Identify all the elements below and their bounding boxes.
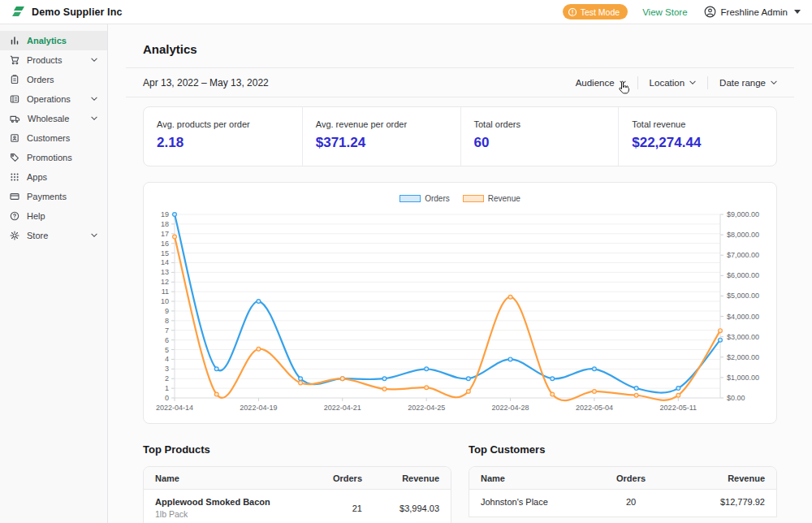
sidebar-item-analytics[interactable]: Analytics bbox=[0, 31, 107, 50]
brand[interactable]: Demo Supplier Inc bbox=[11, 6, 122, 18]
brand-name: Demo Supplier Inc bbox=[32, 6, 122, 18]
avatar-icon bbox=[704, 6, 716, 18]
chevron-down-icon bbox=[771, 80, 777, 85]
table-header: Name Orders Revenue bbox=[469, 467, 776, 490]
page-title: Analytics bbox=[126, 24, 794, 68]
view-store-link[interactable]: View Store bbox=[642, 7, 687, 17]
chevron-down-icon bbox=[689, 80, 696, 85]
main-content: Analytics Apr 13, 2022 – May 13, 2022 Au… bbox=[108, 24, 812, 523]
svg-text:11: 11 bbox=[162, 287, 169, 296]
help-circle-icon bbox=[10, 211, 19, 221]
sidebar-item-store[interactable]: Store bbox=[0, 226, 107, 245]
svg-text:3: 3 bbox=[165, 365, 169, 373]
person-card-icon bbox=[10, 133, 19, 143]
svg-text:2022-05-04: 2022-05-04 bbox=[576, 404, 613, 412]
top-products-table: Name Orders Revenue Applewood Smoked Bac… bbox=[143, 466, 451, 523]
sidebar-item-orders[interactable]: Orders bbox=[0, 70, 107, 89]
top-customers-title: Top Customers bbox=[469, 443, 777, 456]
sidebar-item-payments[interactable]: Payments bbox=[0, 187, 107, 206]
svg-text:4: 4 bbox=[165, 355, 169, 363]
stat-avg-revenue-per-order: Avg. revenue per order $371.24 bbox=[302, 107, 460, 166]
warning-circle-icon bbox=[568, 7, 577, 17]
svg-text:18: 18 bbox=[161, 220, 169, 228]
chevron-down-icon bbox=[91, 116, 97, 121]
svg-text:0: 0 bbox=[165, 394, 169, 402]
svg-text:2: 2 bbox=[165, 374, 169, 383]
table-header: Name Orders Revenue bbox=[144, 467, 451, 490]
test-mode-badge[interactable]: Test Mode bbox=[563, 4, 628, 19]
svg-text:$3,000.00: $3,000.00 bbox=[727, 333, 759, 341]
stat-total-revenue: Total revenue $22,274.44 bbox=[618, 107, 776, 166]
sidebar-item-operations[interactable]: Operations bbox=[0, 89, 107, 109]
stat-total-orders: Total orders 60 bbox=[460, 107, 619, 166]
chevron-down-icon bbox=[794, 10, 801, 14]
account-menu[interactable]: Freshline Admin bbox=[704, 6, 801, 18]
svg-text:17: 17 bbox=[161, 230, 169, 238]
svg-text:$0.00: $0.00 bbox=[727, 394, 745, 402]
svg-text:$8,000.00: $8,000.00 bbox=[727, 231, 759, 239]
sidebar-item-promotions[interactable]: Promotions bbox=[0, 148, 107, 167]
product-variant: 1lb Pack bbox=[155, 509, 305, 519]
svg-text:$6,000.00: $6,000.00 bbox=[727, 271, 759, 279]
product-revenue: $3,994.03 bbox=[362, 504, 439, 513]
revenue-legend-swatch bbox=[463, 195, 484, 202]
chevron-down-icon bbox=[91, 97, 97, 102]
table-row[interactable]: Applewood Smoked Bacon 1lb Pack 21 $3,99… bbox=[144, 490, 451, 523]
sidebar: Analytics Products Orders Operatio bbox=[0, 24, 108, 523]
cart-icon bbox=[10, 55, 19, 65]
table-row[interactable]: Johnston's Place 20 $12,779.92 bbox=[469, 490, 776, 517]
svg-text:$2,000.00: $2,000.00 bbox=[727, 353, 759, 361]
bar-chart-icon bbox=[10, 36, 19, 45]
svg-text:9: 9 bbox=[165, 307, 169, 315]
account-name: Freshline Admin bbox=[721, 7, 788, 17]
sidebar-item-apps[interactable]: Apps bbox=[0, 167, 107, 187]
chevron-down-icon bbox=[620, 80, 626, 85]
chevron-down-icon bbox=[91, 233, 97, 238]
svg-text:2022-05-11: 2022-05-11 bbox=[660, 404, 697, 412]
customer-name: Johnston's Place bbox=[481, 497, 586, 507]
svg-text:1: 1 bbox=[165, 384, 169, 392]
legend-item-orders[interactable]: Orders bbox=[400, 194, 450, 203]
clipboard-icon bbox=[10, 75, 19, 84]
sidebar-item-customers[interactable]: Customers bbox=[0, 128, 107, 148]
location-filter-button[interactable]: Location bbox=[638, 78, 707, 88]
orders-legend-swatch bbox=[400, 195, 421, 202]
svg-text:19: 19 bbox=[161, 210, 169, 218]
tag-icon bbox=[10, 153, 19, 162]
svg-text:7: 7 bbox=[165, 326, 169, 335]
svg-text:2022-04-25: 2022-04-25 bbox=[408, 404, 445, 412]
orders-revenue-line-chart[interactable]: 012345678910111213141516171819$0.00$1,00… bbox=[153, 208, 767, 416]
truck-icon bbox=[10, 114, 20, 123]
tables-section: Top Products Name Orders Revenue Applewo… bbox=[143, 443, 777, 523]
svg-text:16: 16 bbox=[161, 240, 169, 248]
product-orders: 21 bbox=[305, 504, 362, 513]
svg-text:13: 13 bbox=[161, 268, 169, 276]
svg-text:2022-04-28: 2022-04-28 bbox=[492, 404, 529, 412]
chevron-down-icon bbox=[91, 58, 97, 63]
legend-item-revenue[interactable]: Revenue bbox=[463, 194, 520, 203]
date-range-filter-button[interactable]: Date range bbox=[708, 78, 777, 88]
svg-text:6: 6 bbox=[165, 336, 169, 344]
svg-text:8: 8 bbox=[165, 317, 169, 325]
grid-dots-icon bbox=[10, 172, 19, 182]
sidebar-item-products[interactable]: Products bbox=[0, 50, 107, 70]
sidebar-item-wholesale[interactable]: Wholesale bbox=[0, 109, 107, 128]
svg-text:10: 10 bbox=[161, 297, 169, 305]
svg-text:$1,000.00: $1,000.00 bbox=[727, 374, 759, 382]
svg-text:5: 5 bbox=[165, 346, 169, 354]
svg-text:$5,000.00: $5,000.00 bbox=[727, 292, 759, 300]
top-customers-section: Top Customers Name Orders Revenue Johnst… bbox=[469, 443, 777, 523]
svg-text:15: 15 bbox=[161, 249, 169, 257]
customer-orders: 20 bbox=[586, 497, 676, 507]
orders-revenue-chart-card: Orders Revenue 0123456789101112131415161… bbox=[143, 182, 777, 424]
svg-text:14: 14 bbox=[161, 258, 169, 266]
top-customers-table: Name Orders Revenue Johnston's Place 20 … bbox=[469, 466, 777, 517]
gear-icon bbox=[10, 231, 19, 240]
svg-text:2022-04-21: 2022-04-21 bbox=[324, 404, 361, 412]
audience-filter-button[interactable]: Audience bbox=[576, 78, 637, 88]
freshline-logo-icon bbox=[11, 6, 25, 18]
sidebar-item-help[interactable]: Help bbox=[0, 206, 107, 226]
top-products-title: Top Products bbox=[143, 443, 451, 456]
svg-text:$7,000.00: $7,000.00 bbox=[727, 251, 759, 259]
customer-revenue: $12,779.92 bbox=[676, 497, 765, 507]
